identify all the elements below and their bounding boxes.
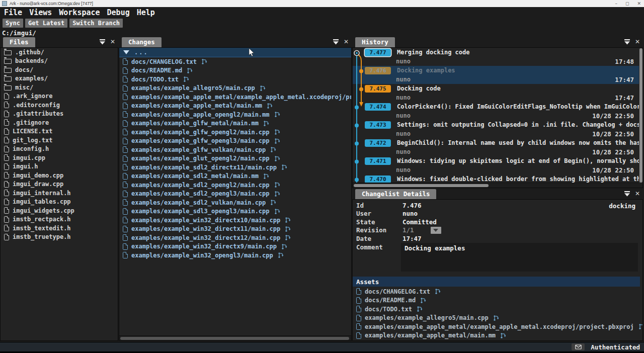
file-tree-item[interactable]: imstb_truetype.h xyxy=(1,233,118,242)
tab-changes[interactable]: Changes xyxy=(122,37,162,47)
changed-file-row[interactable]: examples/example_sdl2_metal/main.mm xyxy=(119,172,351,181)
close-icon[interactable]: ✕ xyxy=(110,39,115,45)
history-commit-row[interactable]: 7.477 Merging docking code nuno 17:48 xyxy=(353,48,639,66)
toolbar-button[interactable]: Switch Branch xyxy=(69,19,123,28)
minimize-button[interactable]: – xyxy=(615,0,617,7)
toolbar-button[interactable]: Get Latest xyxy=(25,19,67,28)
changed-file-row[interactable]: examples/example_apple_opengl2/main.mm xyxy=(119,110,351,119)
file-tree-item[interactable]: LICENSE.txt xyxy=(1,127,118,136)
change-branch-icon xyxy=(274,111,281,118)
changed-file-row[interactable]: docs/README.md xyxy=(119,66,351,75)
file-tree-item[interactable]: misc/ xyxy=(1,83,118,92)
changes-hscrollbar[interactable] xyxy=(119,335,351,340)
changed-file-row[interactable]: examples/example_sdl3_opengl3/main.cpp xyxy=(119,207,351,216)
close-icon[interactable]: ✕ xyxy=(635,191,640,197)
envelope-button[interactable] xyxy=(572,343,585,350)
changed-file-row[interactable]: examples/example_glut_opengl2/main.cpp xyxy=(119,154,351,163)
changed-file-row[interactable]: examples/example_win32_directx10/main.cp… xyxy=(119,216,351,225)
history-commit-row[interactable]: 7.471 Windows: tidying up skipitems logi… xyxy=(353,156,639,174)
file-tree-item[interactable]: .editorconfig xyxy=(1,101,118,110)
changed-file-row[interactable]: examples/example_sdl2_vulkan/main.cpp xyxy=(119,198,351,207)
menu-item[interactable]: File xyxy=(4,8,22,17)
file-tree-item[interactable]: imgui_demo.cpp xyxy=(1,171,118,180)
file-icon xyxy=(4,111,9,117)
asset-row[interactable]: examples/example_apple_metal/main.mm xyxy=(353,331,642,340)
auth-status-label: Authenticated xyxy=(591,343,640,351)
changeset-badge: 7.474 xyxy=(365,103,391,111)
file-tree-item[interactable]: imstb_textedit.h xyxy=(1,224,118,233)
changed-file-row[interactable]: examples/example_win32_directx11/main.cp… xyxy=(119,225,351,234)
filter-icon[interactable] xyxy=(624,191,630,197)
tab-changelist-details[interactable]: Changelist Details xyxy=(355,189,436,199)
menu-item[interactable]: Help xyxy=(137,8,155,17)
file-tree-item[interactable]: imgui_widgets.cpp xyxy=(1,206,118,215)
history-hscrollbar[interactable] xyxy=(353,183,642,188)
asset-row[interactable]: examples/example_apple_opengl2/main.mm xyxy=(353,340,642,340)
close-icon[interactable]: ✕ xyxy=(635,39,640,45)
history-commit-row[interactable]: 7.475 Docking code nuno 17:47 xyxy=(353,84,639,102)
file-tree-item[interactable]: imgui.h xyxy=(1,162,118,171)
changed-file-row[interactable]: examples/example_apple_metal/example_app… xyxy=(119,93,351,102)
changeset-badge: 7.470 xyxy=(365,175,391,183)
file-tree-item[interactable]: .ark_ignore xyxy=(1,92,118,101)
change-branch-icon xyxy=(274,208,281,215)
close-button[interactable]: ✕ xyxy=(637,0,641,7)
changed-file-row[interactable]: examples/example_glfw_opengl2/main.cpp xyxy=(119,128,351,137)
asset-row[interactable]: examples/example_allegro5/main.cpp xyxy=(353,314,642,323)
file-tree-item[interactable]: imconfig.h xyxy=(1,145,118,154)
file-tree-item[interactable]: imgui.cpp xyxy=(1,153,118,162)
filter-icon[interactable] xyxy=(333,39,339,45)
changed-file-row[interactable]: examples/example_glfw_vulkan/main.cpp xyxy=(119,145,351,154)
asset-row[interactable]: docs/README.md xyxy=(353,296,642,305)
history-commit-row[interactable]: 7.474 ColorPicker4(): Fixed ImGuiColorEd… xyxy=(353,102,639,120)
filter-icon[interactable] xyxy=(624,39,630,45)
filter-icon[interactable] xyxy=(99,39,106,45)
changed-file-row[interactable]: examples/example_win32_directx12/main.cp… xyxy=(119,233,351,242)
changed-file-row[interactable]: examples/example_win32_opengl3/main.cpp xyxy=(119,251,351,260)
file-icon xyxy=(4,154,9,161)
asset-row[interactable]: docs/TODO.txt xyxy=(353,305,642,314)
changed-file-row[interactable]: examples/example_sdl2_opengl3/main.cpp xyxy=(119,190,351,199)
history-commit-row[interactable]: 7.476 Docking examples nuno 17:47 xyxy=(353,66,639,84)
history-commit-row[interactable]: 7.473 Settings: omit outputing Collapsed… xyxy=(353,120,639,138)
changed-file-row[interactable]: examples/example_glfw_opengl3/main.cpp xyxy=(119,137,351,146)
file-tree-item[interactable]: imstb_rectpack.h xyxy=(1,215,118,224)
changed-file-row[interactable]: docs/CHANGELOG.txt xyxy=(119,57,351,66)
menu-item[interactable]: Workspace xyxy=(59,8,100,17)
menu-item[interactable]: Debug xyxy=(107,8,130,17)
history-commit-row[interactable]: 7.472 BeginChild(): Internal name used b… xyxy=(353,138,639,156)
changed-file-row[interactable]: examples/example_sdl2_opengl2/main.cpp xyxy=(119,181,351,190)
file-tree-item[interactable]: examples/ xyxy=(1,74,118,83)
asset-row[interactable]: examples/example_apple_metal/example_app… xyxy=(353,322,642,331)
close-icon[interactable]: ✕ xyxy=(344,39,349,45)
file-tree-item[interactable]: docs/ xyxy=(1,65,118,74)
file-tree-item[interactable]: .gitattributes xyxy=(1,110,118,119)
changes-root-row[interactable]: ... xyxy=(119,48,351,57)
changed-file-row[interactable]: examples/example_allegro5/main.cpp xyxy=(119,84,351,93)
file-tree-item[interactable]: git_log.txt xyxy=(1,136,118,145)
file-path: examples/example_win32_directx9/main.cpp xyxy=(131,243,277,250)
file-tree-item[interactable]: .github/ xyxy=(1,48,118,57)
tab-files[interactable]: Files xyxy=(3,37,35,47)
file-tree-item[interactable]: imgui_internal.h xyxy=(1,189,118,198)
changed-file-row[interactable]: examples/example_sdl2_directx11/main.cpp xyxy=(119,163,351,172)
changed-file-row[interactable]: docs/TODO.txt xyxy=(119,75,351,84)
file-tree-item[interactable]: .gitignore xyxy=(1,118,118,127)
file-icon xyxy=(356,306,361,312)
changed-file-row[interactable]: examples/example_win32_directx9/main.cpp xyxy=(119,242,351,251)
comment-box[interactable]: Docking examples xyxy=(401,243,638,272)
revision-dropdown[interactable] xyxy=(431,227,441,234)
history-vscrollbar[interactable] xyxy=(639,48,642,183)
file-tree-item[interactable]: imgui_draw.cpp xyxy=(1,180,118,189)
toolbar-button[interactable]: Sync xyxy=(3,19,23,28)
file-icon xyxy=(4,163,9,170)
changed-file-row[interactable]: examples/example_glfw_metal/main.mm xyxy=(119,119,351,128)
asset-row[interactable]: docs/CHANGELOG.txt xyxy=(353,287,642,296)
tab-history[interactable]: History xyxy=(355,37,395,47)
changed-file-row[interactable]: examples/example_apple_metal/main.mm xyxy=(119,102,351,111)
maximize-button[interactable]: ◻ xyxy=(625,0,629,7)
menu-item[interactable]: Views xyxy=(29,8,52,17)
file-tree-item[interactable]: imgui_tables.cpp xyxy=(1,198,118,207)
file-tree-item[interactable]: backends/ xyxy=(1,57,118,66)
collapse-triangle-icon[interactable] xyxy=(123,50,129,54)
